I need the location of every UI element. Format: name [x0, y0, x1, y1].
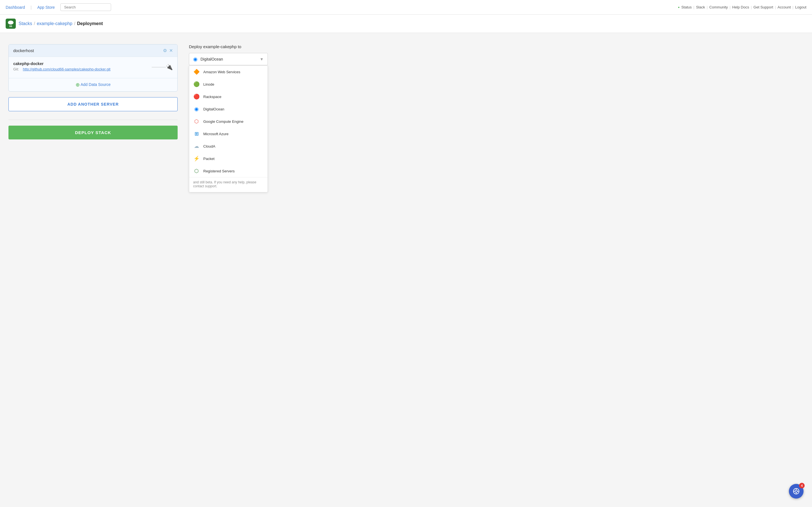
server-card-header: dockerhost ⚙ ✕ [9, 45, 177, 57]
main-content: dockerhost ⚙ ✕ cakephp-docker Git: http:… [0, 33, 338, 204]
cloud66-logo: 66 [6, 18, 16, 29]
community-link[interactable]: Community [709, 5, 728, 9]
app-store-link[interactable]: App Store [37, 5, 55, 10]
stacks-breadcrumb[interactable]: Stacks [18, 21, 32, 26]
add-data-source-link[interactable]: Add Data Source [81, 82, 111, 87]
gear-icon[interactable]: ⚙ [163, 48, 167, 53]
registered-icon: ⬡ [193, 168, 200, 174]
help-docs-link[interactable]: Help Docs [732, 5, 749, 9]
provider-item-gce[interactable]: ⬡Google Compute Engine [189, 115, 267, 128]
rackspace-icon: 🔴 [193, 93, 200, 100]
provider-item-azure[interactable]: ⊞Microsoft Azure [189, 128, 267, 140]
breadcrumb: Stacks / example-cakephp / Deployment [18, 21, 103, 26]
provider-item-linode[interactable]: 🟢Linode [189, 78, 267, 91]
close-icon[interactable]: ✕ [169, 48, 173, 53]
selected-provider-icon: ◉ [193, 56, 198, 62]
status-dot: ● [678, 6, 679, 9]
server-name: dockerhost [13, 48, 34, 53]
provider-item-aws[interactable]: 🔶Amazon Web Services [189, 66, 267, 78]
breadcrumb-sep-2: / [74, 21, 75, 26]
chevron-down-icon: ▼ [260, 57, 264, 61]
aws-icon: 🔶 [193, 68, 200, 75]
service-name: cakephp-docker [13, 61, 147, 66]
svg-text:66: 66 [9, 25, 12, 27]
provider-label-packet: Packet [203, 157, 214, 161]
add-icon: ⊕ [75, 82, 80, 88]
project-breadcrumb[interactable]: example-cakephp [37, 21, 72, 26]
navbar-left: Dashboard | App Store [6, 3, 111, 11]
current-breadcrumb: Deployment [77, 21, 103, 26]
provider-dropdown: 🔶Amazon Web Services🟢Linode🔴Rackspace◉Di… [189, 65, 268, 192]
provider-label-linode: Linode [203, 82, 214, 87]
left-panel: dockerhost ⚙ ✕ cakephp-docker Git: http:… [8, 44, 177, 192]
logout-link[interactable]: Logout [795, 5, 806, 9]
navbar: Dashboard | App Store ● Status | Slack |… [0, 0, 812, 15]
get-support-link[interactable]: Get Support [753, 5, 773, 9]
connector-line [152, 67, 166, 67]
divider [8, 120, 177, 120]
provider-label-azure: Microsoft Azure [203, 132, 229, 136]
server-card-body: cakephp-docker Git: http://github.com/cl… [9, 57, 177, 78]
provider-label-aws: Amazon Web Services [203, 70, 240, 74]
provider-select-display[interactable]: ◉ DigitalOcean ▼ [189, 53, 268, 65]
provider-item-registered[interactable]: ⬡Registered Servers [189, 165, 267, 177]
git-url[interactable]: http://github.com/cloud66-samples/cakeph… [23, 67, 110, 71]
plug-icon: 🔌 [166, 64, 173, 70]
clouda-icon: ☁ [193, 143, 200, 150]
nav-divider-1: | [31, 5, 32, 10]
provider-item-packet[interactable]: ⚡Packet [189, 152, 267, 165]
deploy-stack-button[interactable]: DEPLOY STACK [8, 126, 177, 139]
slack-link[interactable]: Slack [696, 5, 705, 9]
packet-icon: ⚡ [193, 155, 200, 162]
provider-item-rackspace[interactable]: 🔴Rackspace [189, 91, 267, 103]
provider-item-digitalocean[interactable]: ◉DigitalOcean [189, 103, 267, 115]
svg-point-1 [8, 20, 13, 24]
navbar-right: ● Status | Slack | Community | Help Docs… [678, 5, 806, 9]
account-link[interactable]: Account [777, 5, 791, 9]
breadcrumb-sep-1: / [34, 21, 35, 26]
dashboard-link[interactable]: Dashboard [6, 5, 25, 10]
git-label: Git: [13, 67, 21, 71]
provider-label-rackspace: Rackspace [203, 95, 221, 99]
breadcrumb-bar: 66 Stacks / example-cakephp / Deployment [0, 15, 812, 33]
provider-label-gce: Google Compute Engine [203, 119, 243, 124]
linode-icon: 🟢 [193, 81, 200, 88]
right-panel: Deploy example-cakephp to ◉ DigitalOcean… [189, 44, 268, 192]
git-row: Git: http://github.com/cloud66-samples/c… [13, 67, 147, 71]
server-card: dockerhost ⚙ ✕ cakephp-docker Git: http:… [8, 44, 177, 92]
search-input[interactable] [60, 3, 111, 11]
cloud66-logo-svg: 66 [6, 18, 16, 29]
gce-icon: ⬡ [193, 118, 200, 125]
deploy-title: Deploy example-cakephp to [189, 44, 268, 49]
selected-provider-label: DigitalOcean [200, 57, 223, 61]
beta-note: and still beta. If you need any help, pl… [189, 177, 267, 192]
server-actions: ⚙ ✕ [163, 48, 173, 53]
status-link[interactable]: Status [681, 5, 692, 9]
provider-label-registered: Registered Servers [203, 169, 235, 173]
provider-item-clouda[interactable]: ☁CloudA [189, 140, 267, 152]
add-server-button[interactable]: ADD ANOTHER SERVER [8, 97, 177, 111]
provider-label-digitalocean: DigitalOcean [203, 107, 224, 111]
azure-icon: ⊞ [193, 130, 200, 137]
provider-label-clouda: CloudA [203, 144, 215, 149]
digitalocean-icon: ◉ [193, 106, 200, 112]
add-data-source[interactable]: ⊕ Add Data Source [9, 78, 177, 91]
connector-area: 🔌 [152, 61, 173, 70]
search-container [60, 3, 111, 11]
